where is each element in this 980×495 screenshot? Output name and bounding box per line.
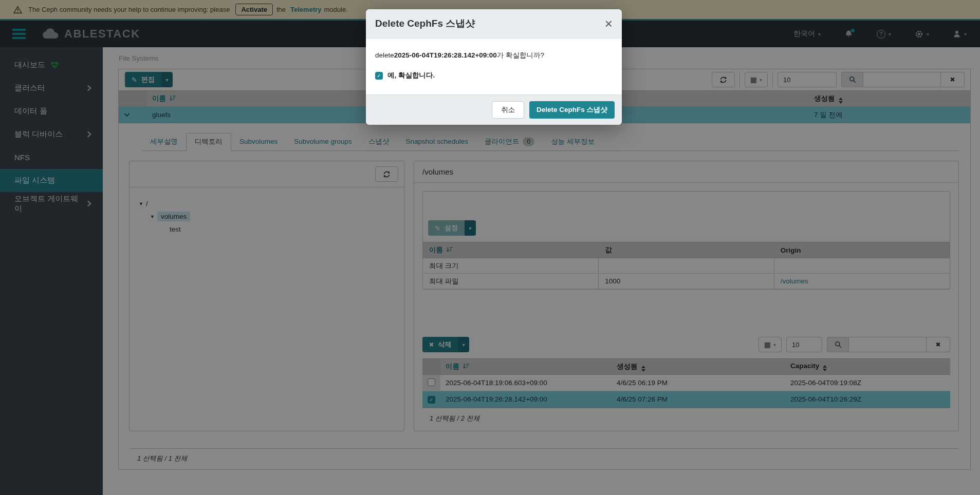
confirm-checkbox[interactable]: ✓ [375, 72, 383, 80]
modal-title: Delete CephFs 스냅샷 [375, 17, 475, 30]
message-target: 2025-06-04T19:26:28.142+09:00 [394, 51, 497, 59]
message-prefix: delete [375, 51, 394, 59]
message-suffix: 가 확실합니까? [497, 51, 544, 59]
close-icon[interactable]: × [605, 20, 613, 28]
modal-body: delete2025-06-04T19:26:28.142+09:00가 확실합… [366, 39, 622, 94]
modal-header: Delete CephFs 스냅샷 × [366, 9, 622, 39]
modal-footer: 취소 Delete CephFs 스냅샷 [366, 94, 622, 125]
confirm-checkbox-label: 예, 확실합니다. [387, 71, 435, 80]
confirmation-message: delete2025-06-04T19:26:28.142+09:00가 확실합… [375, 51, 613, 60]
delete-snapshot-modal: Delete CephFs 스냅샷 × delete2025-06-04T19:… [366, 9, 622, 125]
cancel-button[interactable]: 취소 [492, 101, 524, 119]
delete-submit-button[interactable]: Delete CephFs 스냅샷 [529, 101, 615, 119]
